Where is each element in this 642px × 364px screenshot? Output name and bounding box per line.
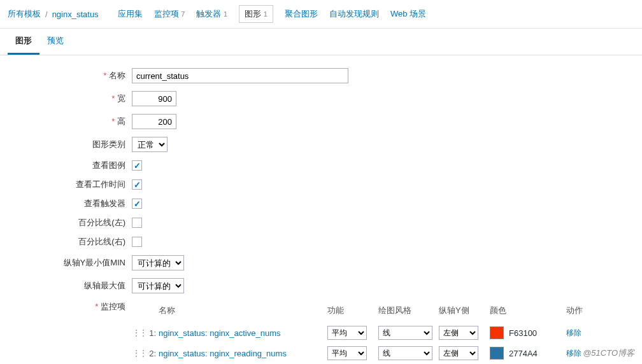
drag-handle-icon[interactable]	[132, 328, 145, 338]
nav-items[interactable]: 监控项 7	[154, 8, 185, 20]
remove-link[interactable]: 移除	[566, 328, 581, 337]
input-height[interactable]	[132, 114, 176, 129]
breadcrumb-nav: 所有模板 / nginx_status 应用集 监控项 7 触发器 1 图形 1…	[0, 0, 642, 29]
watermark: @51CTO博客	[583, 347, 634, 359]
input-name[interactable]	[132, 68, 348, 83]
tab-preview[interactable]: 预览	[39, 29, 71, 55]
label-type: 图形类别	[8, 139, 132, 150]
form-area: 名称 宽 高 图形类别 正常 查看图例 查看工作时间 查看触发器 百分比线(左)…	[0, 55, 642, 364]
label-pleft: 百分比线(左)	[8, 217, 132, 228]
select-yaxis[interactable]: 左侧	[439, 326, 478, 340]
select-type[interactable]: 正常	[132, 137, 168, 152]
nav-apps[interactable]: 应用集	[118, 8, 143, 20]
item-name-link[interactable]: nginx_status: nginx_reading_nums	[159, 349, 287, 358]
header-style: 绘图风格	[378, 305, 439, 316]
header-func: 功能	[327, 305, 378, 316]
select-style[interactable]: 线	[378, 346, 432, 360]
header-yaxis: 纵轴Y侧	[439, 305, 490, 316]
label-height: 高	[8, 116, 132, 127]
input-width[interactable]	[132, 91, 176, 106]
items-header: 名称 功能 绘图风格 纵轴Y侧 颜色 动作	[132, 301, 634, 323]
items-table: 名称 功能 绘图风格 纵轴Y侧 颜色 动作 1: nginx_status: n…	[132, 301, 634, 364]
tab-graph[interactable]: 图形	[8, 29, 39, 55]
header-name: 名称	[159, 305, 327, 316]
select-func[interactable]: 平均	[327, 346, 367, 360]
label-name: 名称	[8, 70, 132, 81]
nav-screens[interactable]: 聚合图形	[285, 8, 318, 20]
drag-handle-icon[interactable]	[132, 348, 145, 358]
breadcrumb-sep: /	[45, 10, 48, 19]
row-num: 2:	[145, 349, 159, 358]
breadcrumb-current[interactable]: nginx_status	[52, 10, 99, 19]
tabs: 图形 预览	[0, 29, 642, 55]
label-legend: 查看图例	[8, 160, 132, 171]
remove-link[interactable]: 移除	[566, 349, 581, 358]
nav-graphs[interactable]: 图形 1	[239, 5, 273, 23]
label-width: 宽	[8, 93, 132, 104]
checkbox-legend[interactable]	[132, 160, 142, 171]
color-swatch[interactable]	[490, 326, 504, 339]
row-num: 1:	[145, 328, 159, 338]
table-row: 2: nginx_status: nginx_reading_nums 平均 线…	[132, 343, 634, 363]
select-func[interactable]: 平均	[327, 326, 367, 340]
label-items: 监控项	[8, 301, 132, 312]
label-worktime: 查看工作时间	[8, 179, 132, 190]
nav-discovery[interactable]: 自动发现规则	[329, 8, 379, 20]
checkbox-pleft[interactable]	[132, 218, 142, 228]
item-name-link[interactable]: nginx_status: nginx_active_nums	[159, 328, 281, 338]
nav-triggers[interactable]: 触发器 1	[196, 8, 227, 20]
select-style[interactable]: 线	[378, 326, 432, 340]
header-action: 动作	[566, 305, 598, 316]
select-ymax[interactable]: 可计算的	[132, 278, 184, 293]
nav-web[interactable]: Web 场景	[390, 8, 426, 20]
label-triggers: 查看触发器	[8, 198, 132, 209]
color-code: F63100	[509, 328, 537, 338]
header-color: 颜色	[490, 305, 566, 316]
label-ymax: 纵轴最大值	[8, 280, 132, 291]
color-code: 2774A4	[509, 349, 538, 358]
select-yaxis[interactable]: 左侧	[439, 346, 478, 360]
breadcrumb-root[interactable]: 所有模板	[8, 8, 41, 20]
table-row: 1: nginx_status: nginx_active_nums 平均 线 …	[132, 323, 634, 343]
color-swatch[interactable]	[490, 347, 504, 360]
label-ymin: 纵轴Y最小值MIN	[8, 257, 132, 269]
label-pright: 百分比线(右)	[8, 236, 132, 248]
checkbox-triggers[interactable]	[132, 199, 142, 209]
checkbox-pright[interactable]	[132, 237, 142, 247]
select-ymin[interactable]: 可计算的	[132, 255, 184, 270]
checkbox-worktime[interactable]	[132, 179, 142, 190]
